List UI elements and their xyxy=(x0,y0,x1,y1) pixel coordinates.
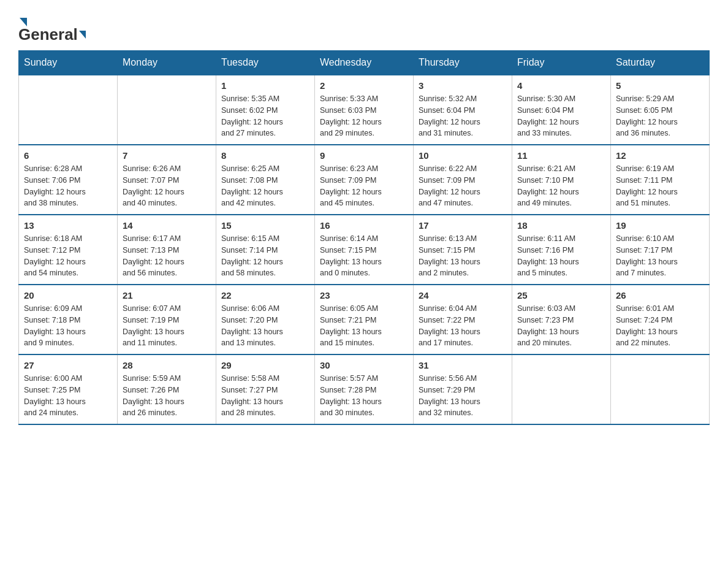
day-number: 23 xyxy=(320,290,408,301)
calendar-header-row: SundayMondayTuesdayWednesdayThursdayFrid… xyxy=(19,51,710,75)
day-number: 13 xyxy=(24,220,112,231)
day-info: Sunrise: 6:19 AMSunset: 7:11 PMDaylight:… xyxy=(616,163,704,209)
calendar-week-1: 1Sunrise: 5:35 AMSunset: 6:02 PMDaylight… xyxy=(19,75,710,145)
day-info: Sunrise: 6:10 AMSunset: 7:17 PMDaylight:… xyxy=(616,233,704,279)
day-info: Sunrise: 5:56 AMSunset: 7:29 PMDaylight:… xyxy=(419,373,507,419)
calendar-cell: 18Sunrise: 6:11 AMSunset: 7:16 PMDayligh… xyxy=(512,215,611,285)
calendar-cell: 15Sunrise: 6:15 AMSunset: 7:14 PMDayligh… xyxy=(216,215,315,285)
day-number: 25 xyxy=(517,290,605,301)
weekday-header-monday: Monday xyxy=(118,51,216,75)
calendar-week-3: 13Sunrise: 6:18 AMSunset: 7:12 PMDayligh… xyxy=(19,215,710,285)
calendar-cell xyxy=(611,354,710,424)
day-info: Sunrise: 5:32 AMSunset: 6:04 PMDaylight:… xyxy=(419,93,507,139)
day-info: Sunrise: 6:28 AMSunset: 7:06 PMDaylight:… xyxy=(24,163,112,209)
day-info: Sunrise: 6:05 AMSunset: 7:21 PMDaylight:… xyxy=(320,303,408,349)
day-number: 14 xyxy=(123,220,211,231)
day-info: Sunrise: 6:13 AMSunset: 7:15 PMDaylight:… xyxy=(419,233,507,279)
calendar-cell: 31Sunrise: 5:56 AMSunset: 7:29 PMDayligh… xyxy=(414,354,512,424)
weekday-header-sunday: Sunday xyxy=(19,51,118,75)
day-info: Sunrise: 6:04 AMSunset: 7:22 PMDaylight:… xyxy=(419,303,507,349)
calendar-cell: 13Sunrise: 6:18 AMSunset: 7:12 PMDayligh… xyxy=(19,215,118,285)
calendar-cell: 24Sunrise: 6:04 AMSunset: 7:22 PMDayligh… xyxy=(414,285,512,354)
day-number: 8 xyxy=(221,150,309,161)
calendar-cell: 19Sunrise: 6:10 AMSunset: 7:17 PMDayligh… xyxy=(611,215,710,285)
day-info: Sunrise: 6:03 AMSunset: 7:23 PMDaylight:… xyxy=(517,303,605,349)
weekday-header-saturday: Saturday xyxy=(611,51,710,75)
calendar-cell xyxy=(118,75,216,145)
calendar-cell: 8Sunrise: 6:25 AMSunset: 7:08 PMDaylight… xyxy=(216,145,315,215)
calendar-cell: 17Sunrise: 6:13 AMSunset: 7:15 PMDayligh… xyxy=(414,215,512,285)
logo-triangle-icon xyxy=(79,31,86,39)
calendar-cell: 23Sunrise: 6:05 AMSunset: 7:21 PMDayligh… xyxy=(315,285,414,354)
calendar-cell: 30Sunrise: 5:57 AMSunset: 7:28 PMDayligh… xyxy=(315,354,414,424)
day-number: 19 xyxy=(616,220,704,231)
calendar-cell xyxy=(512,354,611,424)
day-info: Sunrise: 6:22 AMSunset: 7:09 PMDaylight:… xyxy=(419,163,507,209)
day-number: 6 xyxy=(24,150,112,161)
calendar-cell: 6Sunrise: 6:28 AMSunset: 7:06 PMDaylight… xyxy=(19,145,118,215)
calendar-cell: 1Sunrise: 5:35 AMSunset: 6:02 PMDaylight… xyxy=(216,75,315,145)
day-info: Sunrise: 5:58 AMSunset: 7:27 PMDaylight:… xyxy=(221,373,309,419)
day-info: Sunrise: 5:33 AMSunset: 6:03 PMDaylight:… xyxy=(320,93,408,139)
calendar-week-4: 20Sunrise: 6:09 AMSunset: 7:18 PMDayligh… xyxy=(19,285,710,354)
day-number: 20 xyxy=(24,290,112,301)
calendar-cell: 11Sunrise: 6:21 AMSunset: 7:10 PMDayligh… xyxy=(512,145,611,215)
day-number: 4 xyxy=(517,80,605,91)
weekday-header-tuesday: Tuesday xyxy=(216,51,315,75)
calendar-cell: 27Sunrise: 6:00 AMSunset: 7:25 PMDayligh… xyxy=(19,354,118,424)
day-number: 30 xyxy=(320,360,408,370)
day-number: 2 xyxy=(320,80,408,91)
calendar-cell: 4Sunrise: 5:30 AMSunset: 6:04 PMDaylight… xyxy=(512,75,611,145)
day-number: 10 xyxy=(419,150,507,161)
calendar-cell: 12Sunrise: 6:19 AMSunset: 7:11 PMDayligh… xyxy=(611,145,710,215)
day-info: Sunrise: 6:09 AMSunset: 7:18 PMDaylight:… xyxy=(24,303,112,349)
day-info: Sunrise: 6:14 AMSunset: 7:15 PMDaylight:… xyxy=(320,233,408,279)
day-number: 28 xyxy=(123,360,211,370)
calendar-cell xyxy=(19,75,118,145)
day-info: Sunrise: 6:21 AMSunset: 7:10 PMDaylight:… xyxy=(517,163,605,209)
day-info: Sunrise: 5:35 AMSunset: 6:02 PMDaylight:… xyxy=(221,93,309,139)
day-info: Sunrise: 6:18 AMSunset: 7:12 PMDaylight:… xyxy=(24,233,112,279)
calendar-cell: 16Sunrise: 6:14 AMSunset: 7:15 PMDayligh… xyxy=(315,215,414,285)
day-number: 9 xyxy=(320,150,408,161)
calendar-cell: 29Sunrise: 5:58 AMSunset: 7:27 PMDayligh… xyxy=(216,354,315,424)
day-number: 21 xyxy=(123,290,211,301)
day-info: Sunrise: 5:29 AMSunset: 6:05 PMDaylight:… xyxy=(616,93,704,139)
day-number: 17 xyxy=(419,220,507,231)
calendar-cell: 7Sunrise: 6:26 AMSunset: 7:07 PMDaylight… xyxy=(118,145,216,215)
day-info: Sunrise: 5:30 AMSunset: 6:04 PMDaylight:… xyxy=(517,93,605,139)
calendar-table: SundayMondayTuesdayWednesdayThursdayFrid… xyxy=(18,50,710,425)
calendar-cell: 20Sunrise: 6:09 AMSunset: 7:18 PMDayligh… xyxy=(19,285,118,354)
calendar-week-2: 6Sunrise: 6:28 AMSunset: 7:06 PMDaylight… xyxy=(19,145,710,215)
logo: General xyxy=(18,12,87,44)
day-number: 29 xyxy=(221,360,309,370)
weekday-header-thursday: Thursday xyxy=(414,51,512,75)
day-info: Sunrise: 5:59 AMSunset: 7:26 PMDaylight:… xyxy=(123,373,211,419)
day-info: Sunrise: 5:57 AMSunset: 7:28 PMDaylight:… xyxy=(320,373,408,419)
day-number: 15 xyxy=(221,220,309,231)
day-number: 24 xyxy=(419,290,507,301)
calendar-week-5: 27Sunrise: 6:00 AMSunset: 7:25 PMDayligh… xyxy=(19,354,710,424)
calendar-cell: 9Sunrise: 6:23 AMSunset: 7:09 PMDaylight… xyxy=(315,145,414,215)
day-number: 7 xyxy=(123,150,211,161)
calendar-cell: 3Sunrise: 5:32 AMSunset: 6:04 PMDaylight… xyxy=(414,75,512,145)
day-info: Sunrise: 6:06 AMSunset: 7:20 PMDaylight:… xyxy=(221,303,309,349)
day-info: Sunrise: 6:11 AMSunset: 7:16 PMDaylight:… xyxy=(517,233,605,279)
day-number: 18 xyxy=(517,220,605,231)
day-info: Sunrise: 6:25 AMSunset: 7:08 PMDaylight:… xyxy=(221,163,309,209)
calendar-cell: 22Sunrise: 6:06 AMSunset: 7:20 PMDayligh… xyxy=(216,285,315,354)
day-number: 12 xyxy=(616,150,704,161)
day-number: 26 xyxy=(616,290,704,301)
day-number: 1 xyxy=(221,80,309,91)
weekday-header-wednesday: Wednesday xyxy=(315,51,414,75)
day-number: 5 xyxy=(616,80,704,91)
calendar-cell: 26Sunrise: 6:01 AMSunset: 7:24 PMDayligh… xyxy=(611,285,710,354)
day-info: Sunrise: 6:26 AMSunset: 7:07 PMDaylight:… xyxy=(123,163,211,209)
calendar-cell: 2Sunrise: 5:33 AMSunset: 6:03 PMDaylight… xyxy=(315,75,414,145)
calendar-cell: 10Sunrise: 6:22 AMSunset: 7:09 PMDayligh… xyxy=(414,145,512,215)
day-number: 3 xyxy=(419,80,507,91)
weekday-header-friday: Friday xyxy=(512,51,611,75)
calendar-cell: 5Sunrise: 5:29 AMSunset: 6:05 PMDaylight… xyxy=(611,75,710,145)
calendar-cell: 25Sunrise: 6:03 AMSunset: 7:23 PMDayligh… xyxy=(512,285,611,354)
day-number: 16 xyxy=(320,220,408,231)
